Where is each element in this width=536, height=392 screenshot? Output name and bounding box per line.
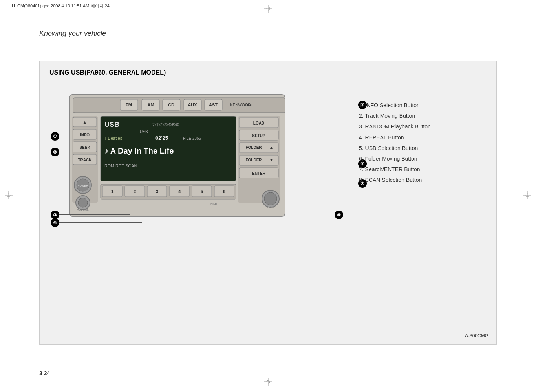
svg-text:⓪①②③④⑤⑥: ⓪①②③④⑤⑥	[152, 123, 179, 127]
svg-text:4: 4	[178, 189, 181, 194]
svg-text:TUNE: TUNE	[267, 205, 274, 208]
callout-line-2	[59, 152, 104, 152]
svg-text:SETUP: SETUP	[252, 134, 265, 138]
left-center-cross	[5, 191, 13, 201]
file-info: H_CM(080401).qxd 2008.4.10 11:51 AM 페이지 …	[12, 3, 110, 9]
badge-4: ④	[51, 218, 59, 227]
svg-text:FOLDER: FOLDER	[245, 145, 262, 150]
svg-text:6: 6	[223, 189, 226, 194]
corner-mark-tl	[2, 2, 10, 10]
corner-mark-bl	[2, 382, 10, 390]
legend-item-6: 6. Folder Moving Button	[359, 154, 473, 164]
svg-text:VOLUME: VOLUME	[77, 208, 89, 211]
bottom-dashed-line	[31, 366, 505, 366]
svg-text:RDM   RPT                    S: RDM RPT SCAN	[104, 163, 137, 168]
svg-text:▲: ▲	[269, 145, 273, 150]
corner-mark-br	[526, 382, 534, 390]
legend-item-1: 1. INFO Selection Button	[359, 101, 473, 110]
callout-line-4	[59, 222, 142, 223]
svg-text:5: 5	[201, 189, 203, 194]
svg-text:1: 1	[111, 189, 114, 194]
legend-item-8: 8. SCAN Selection Button	[359, 175, 473, 185]
svg-text:AST: AST	[209, 103, 218, 107]
svg-text:02'25: 02'25	[155, 135, 168, 141]
legend-item-7: 7. Search/ENTER Button	[359, 165, 473, 174]
svg-text:INFO: INFO	[80, 133, 90, 137]
svg-text:SEEK: SEEK	[79, 145, 90, 150]
svg-text:LOAD: LOAD	[253, 121, 264, 125]
right-center-cross	[523, 191, 531, 201]
svg-text:♪ Beatles: ♪ Beatles	[104, 136, 123, 141]
svg-point-79	[264, 192, 277, 205]
svg-text:USB: USB	[104, 121, 119, 128]
svg-text:USB: USB	[140, 130, 148, 134]
legend-item-5: 5. USB Selection Button	[359, 143, 473, 153]
radio-diagram: FM AM CD AUX AST KENWOOD MP3	[61, 87, 293, 236]
reference-code: A-300CMG	[465, 333, 488, 339]
svg-text:POWER: POWER	[78, 184, 88, 187]
svg-text:AUX: AUX	[188, 103, 197, 107]
svg-text:AM: AM	[147, 103, 154, 107]
svg-text:TRACK: TRACK	[78, 158, 92, 162]
top-center-cross	[264, 5, 272, 14]
svg-text:MP3: MP3	[245, 103, 252, 107]
main-content-box: USING USB(PA960, GENERAL MODEL) FM AM CD…	[39, 61, 497, 345]
svg-text:▼: ▼	[269, 158, 273, 162]
svg-text:♪ A Day In The Life: ♪ A Day In The Life	[104, 147, 174, 155]
section-title-container: Knowing your vehicle	[39, 29, 181, 40]
legend: 1. INFO Selection Button 2. Track Moving…	[359, 101, 473, 186]
svg-text:FILE 2355: FILE 2355	[183, 136, 201, 141]
legend-item-4: 4. REPEAT Button	[359, 133, 473, 143]
svg-text:ENTER: ENTER	[252, 171, 266, 176]
box-title: USING USB(PA960, GENERAL MODEL)	[49, 69, 166, 76]
callout-line-3	[59, 214, 130, 215]
badge-2: ②	[51, 148, 59, 156]
svg-text:CD: CD	[168, 103, 174, 107]
callout-line-1	[59, 136, 104, 136]
badge-8: ⑧	[335, 211, 343, 219]
svg-text:FOLDER: FOLDER	[245, 158, 262, 162]
svg-text:3: 3	[156, 189, 159, 194]
svg-text:2: 2	[134, 189, 136, 194]
legend-item-3: 3. RANDOM Playback Button	[359, 122, 473, 132]
badge-1: ①	[51, 132, 59, 141]
corner-mark-tr	[526, 2, 534, 10]
page-number: 3 24	[39, 370, 50, 376]
svg-text:FM: FM	[126, 103, 132, 107]
svg-point-76	[78, 198, 88, 207]
svg-text:▲: ▲	[82, 119, 88, 125]
bottom-center-cross	[264, 378, 272, 387]
badge-3: ③	[51, 211, 59, 219]
legend-item-2: 2. Track Moving Button	[359, 111, 473, 121]
section-title: Knowing your vehicle	[39, 29, 106, 37]
svg-text:FILE: FILE	[210, 202, 217, 205]
